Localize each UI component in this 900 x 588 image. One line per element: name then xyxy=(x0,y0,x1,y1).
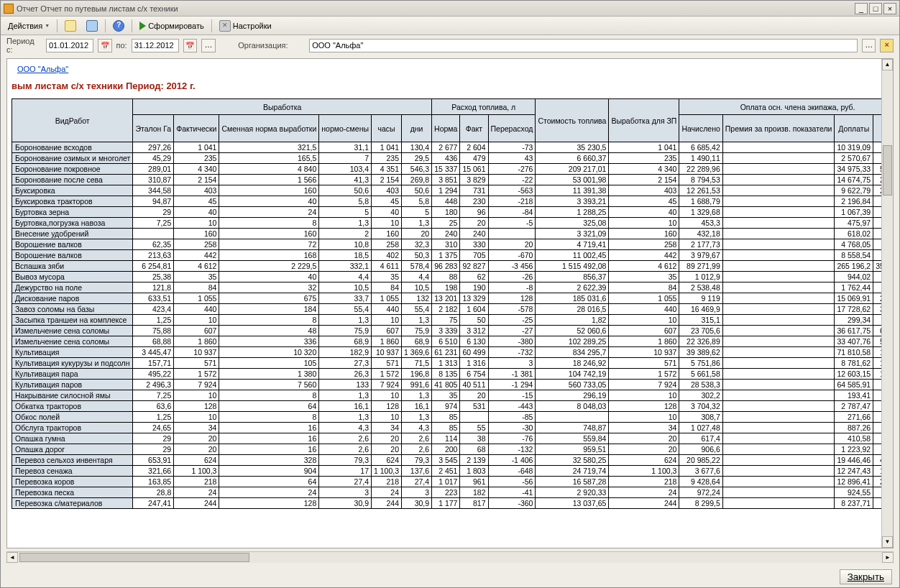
period-more-button[interactable]: … xyxy=(201,39,216,52)
scroll-down-button[interactable]: ▼ xyxy=(882,536,893,548)
maximize-button[interactable]: □ xyxy=(869,3,882,14)
table-row[interactable]: Буртовка,погрузка навоза7,251081,3101,32… xyxy=(12,218,882,229)
table-row[interactable]: Вывоз мусора25,3835404,4354,48862-26856,… xyxy=(12,272,882,282)
cell: 104 742,19 xyxy=(536,369,609,380)
cell: 887,26 xyxy=(835,423,873,433)
cell: 33 407,76 xyxy=(835,336,873,347)
cell: 64 xyxy=(219,477,319,487)
cell: 128 xyxy=(219,498,319,509)
actions-menu[interactable]: Действия▼ xyxy=(5,20,52,32)
cell: 2 139 xyxy=(460,455,488,466)
close-window-button[interactable]: × xyxy=(883,3,896,14)
org-link[interactable]: ООО "Альфа" xyxy=(17,65,68,73)
cell: 4,3 xyxy=(402,423,432,433)
cell: 28,8 xyxy=(133,487,174,498)
minimize-button[interactable]: _ xyxy=(855,3,868,14)
table-row[interactable]: Перевозка песка28,824243243223182-412 92… xyxy=(12,487,882,498)
scroll-right-button[interactable]: ► xyxy=(882,552,894,563)
form-button[interactable]: Сформировать xyxy=(137,20,207,32)
cell xyxy=(722,261,835,272)
cell: 3 xyxy=(488,358,536,369)
cell: 10,5 xyxy=(319,282,372,293)
scroll-up-button[interactable]: ▲ xyxy=(882,59,893,70)
cell xyxy=(722,477,835,487)
cell xyxy=(722,444,835,455)
table-row[interactable]: Боронование всходов297,261 041321,531,11… xyxy=(12,142,882,153)
org-select-button[interactable]: … xyxy=(862,39,876,52)
table-row[interactable]: Буксировка344,5840316050,640350,61 29473… xyxy=(12,185,882,196)
cell: 24 xyxy=(219,207,319,218)
table-row[interactable]: Измельчение сена соломы75,886074875,9607… xyxy=(12,326,882,336)
cell: 1 369,6 xyxy=(402,347,432,358)
table-row[interactable]: Засыпка траншеи на комплексе1,251081,310… xyxy=(12,315,882,326)
table-row[interactable]: Перевоз сенажа321,661 100,3904171 100,31… xyxy=(12,466,882,477)
close-button[interactable]: Закрыть xyxy=(840,569,892,584)
table-row[interactable]: Обслуга тракторов24,6534164,3344,38555-3… xyxy=(12,423,882,433)
table-row[interactable]: Дежурство на поле121,8843210,58410,51981… xyxy=(12,282,882,293)
org-clear-button[interactable]: × xyxy=(880,39,894,52)
print-button[interactable] xyxy=(83,19,101,33)
table-row[interactable]: Обкос полей1,251081,3101,385-8510308,727… xyxy=(12,412,882,423)
cell: 89 271,99 xyxy=(679,261,722,272)
help-button[interactable] xyxy=(110,19,127,33)
period-to-input[interactable] xyxy=(132,39,179,52)
row-label: Буксировка тракторов xyxy=(12,196,133,207)
cell: 61 231 xyxy=(432,347,460,358)
scroll-left-button[interactable]: ◄ xyxy=(6,552,18,563)
table-row[interactable]: Перевоз сельхоз инвентаря653,9162432879,… xyxy=(12,455,882,466)
table-row[interactable]: Боронование после сева310,872 1541 56641… xyxy=(12,175,882,185)
cell: 29,5 xyxy=(402,153,432,164)
cell: 84 xyxy=(371,282,401,293)
scroll-thumb[interactable] xyxy=(883,145,892,196)
cell: 40 xyxy=(219,196,319,207)
row-label: Опашка гумна xyxy=(12,433,133,444)
period-from-input[interactable] xyxy=(46,39,93,52)
cell: 10 320 xyxy=(219,347,319,358)
table-row[interactable]: Культивация паров2 496,37 9247 5601337 9… xyxy=(12,380,882,390)
table-row[interactable]: Обкатка тракторов63,61286416,112816,1974… xyxy=(12,401,882,412)
table-row[interactable]: Боронование покровное289,014 3404 840103… xyxy=(12,164,882,175)
vertical-scrollbar[interactable]: ▲ ▼ xyxy=(881,59,893,548)
table-row[interactable]: Дискование паров633,511 05567533,71 0551… xyxy=(12,293,882,304)
cell: 571 xyxy=(371,358,401,369)
calendar-to-button[interactable]: 📅 xyxy=(183,39,198,52)
org-input[interactable] xyxy=(309,39,858,52)
cell: 27,4 xyxy=(402,477,432,487)
cell: 479 xyxy=(460,153,488,164)
cell: 258 xyxy=(371,239,401,250)
table-row[interactable]: Опашка дорог2920162,6202,620068-132959,5… xyxy=(12,444,882,455)
cell: 60 499 xyxy=(460,347,488,358)
table-row[interactable]: Культивация пара495,221 5721 38026,31 57… xyxy=(12,369,882,380)
row-label: Завоз соломы на базы xyxy=(12,304,133,315)
cell: 15 061 xyxy=(460,164,488,175)
cell: 6 945,78 xyxy=(873,239,881,250)
settings-button[interactable]: Настройки xyxy=(216,19,275,33)
table-row[interactable]: Боронование озимых и многолет45,29235165… xyxy=(12,153,882,164)
table-row[interactable]: Измельчение сена соломы68,881 86033668,9… xyxy=(12,336,882,347)
table-row[interactable]: Буртовка зерна294024540518096-841 288,25… xyxy=(12,207,882,218)
cell: 6 685,42 xyxy=(679,142,722,153)
new-doc-button[interactable] xyxy=(62,19,79,33)
calendar-from-button[interactable]: 📅 xyxy=(98,39,112,52)
cell: 8 xyxy=(219,390,319,401)
table-row[interactable]: Вспашка зяби6 254,814 6122 229,5332,14 6… xyxy=(12,261,882,272)
table-row[interactable]: Ворошение валков213,6344216818,540250,31… xyxy=(12,250,882,261)
table-row[interactable]: Внесение удобрений1601602160202402403 32… xyxy=(12,229,882,239)
cell: 132 xyxy=(402,293,432,304)
hscroll-thumb[interactable] xyxy=(19,553,249,562)
cell: 235 xyxy=(371,153,401,164)
table-row[interactable]: Культивация3 445,4710 93710 320182,910 9… xyxy=(12,347,882,358)
table-row[interactable]: Буксировка тракторов94,8745405,8455,8448… xyxy=(12,196,882,207)
table-row[interactable]: Перевозка коров163,852186427,421827,41 0… xyxy=(12,477,882,487)
table-row[interactable]: Опашка гумна2920162,6202,611438-76559,84… xyxy=(12,433,882,444)
cell: 2,6 xyxy=(319,444,372,455)
table-row[interactable]: Накрывание силосной ямы7,251081,3101,335… xyxy=(12,390,882,401)
row-label: Вспашка зяби xyxy=(12,261,133,272)
table-row[interactable]: Завоз соломы на базы423,444018455,444055… xyxy=(12,304,882,315)
cell: 10 xyxy=(609,412,679,423)
row-label: Культивация паров xyxy=(12,380,133,390)
horizontal-scrollbar[interactable]: ◄ ► xyxy=(6,551,894,563)
table-row[interactable]: Перевозка с/материалов247,4124412830,924… xyxy=(12,498,882,509)
table-row[interactable]: Культивация кукурузы и подсолн157,715711… xyxy=(12,358,882,369)
table-row[interactable]: Ворошение валков62,352587210,825832,3310… xyxy=(12,239,882,250)
